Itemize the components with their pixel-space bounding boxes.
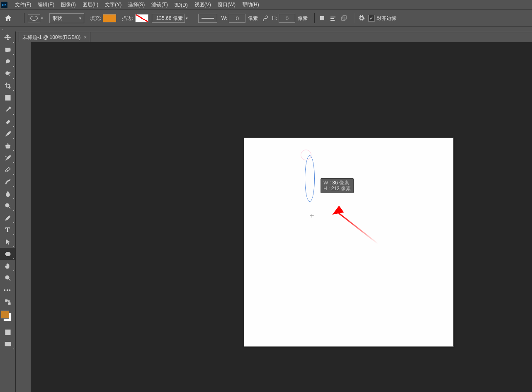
stroke-label: 描边:: [122, 15, 133, 22]
tooltip-w-value: 36: [332, 180, 338, 186]
svg-rect-16: [8, 302, 10, 305]
eyedropper-tool[interactable]: [0, 104, 15, 116]
fill-swatch[interactable]: [103, 14, 116, 22]
menu-help[interactable]: 帮助(H): [239, 1, 262, 8]
menu-3d[interactable]: 3D(D): [171, 2, 191, 8]
separator: [24, 13, 24, 23]
svg-point-11: [8, 121, 9, 121]
type-tool[interactable]: T: [0, 224, 15, 236]
height-input[interactable]: [279, 14, 295, 23]
dodge-tool[interactable]: [0, 200, 15, 212]
close-icon[interactable]: ×: [84, 34, 87, 40]
svg-rect-4: [342, 17, 345, 20]
chevron-down-icon[interactable]: ▾: [186, 16, 190, 20]
canvas-viewport[interactable]: W : 36 像素 H : 212 像素 +: [31, 42, 532, 392]
brush-tool[interactable]: [0, 128, 15, 140]
tool-mode-label: 形状: [52, 15, 62, 22]
align-edges-checkbox[interactable]: [368, 15, 375, 22]
height-label: H:: [272, 15, 277, 21]
ellipse-tool[interactable]: [0, 248, 15, 260]
screenmode-icon[interactable]: [0, 338, 15, 350]
stroke-width-value: 135.66 像素: [156, 15, 183, 22]
svg-rect-15: [5, 300, 7, 302]
menu-filter[interactable]: 滤镜(T): [148, 1, 171, 8]
gradient-tool[interactable]: [0, 176, 15, 188]
document-area: 未标题-1 @ 100%(RGB/8) × W : 36 像素 H : 212: [15, 31, 532, 392]
tooltip-w-unit: 像素: [339, 180, 349, 186]
dimensions-tooltip: W : 36 像素 H : 212 像素: [321, 178, 354, 193]
blur-tool[interactable]: [0, 188, 15, 200]
stroke-width-field[interactable]: 135.66 像素: [152, 14, 185, 23]
menu-view[interactable]: 视图(V): [191, 1, 214, 8]
chevron-down-icon[interactable]: ▾: [41, 16, 45, 20]
stroke-style-select[interactable]: [198, 14, 217, 23]
menu-image[interactable]: 图像(I): [58, 1, 79, 8]
tool-mode-select[interactable]: 形状 ▾: [49, 13, 84, 23]
chevron-down-icon: ▾: [79, 16, 81, 20]
height-unit: 像素: [298, 15, 308, 22]
svg-rect-1: [330, 17, 335, 17]
svg-rect-6: [5, 48, 10, 51]
edit-toolbar-icon[interactable]: [0, 296, 15, 308]
align-edges-label: 对齐边缘: [377, 15, 396, 22]
fill-label: 填充:: [90, 15, 101, 22]
svg-point-18: [7, 331, 9, 334]
svg-rect-9: [6, 120, 10, 124]
eraser-tool[interactable]: [0, 164, 15, 176]
foreground-color-swatch[interactable]: [1, 310, 9, 319]
menu-select[interactable]: 选择(S): [125, 1, 148, 8]
menu-file[interactable]: 文件(F): [12, 1, 34, 8]
width-unit: 像素: [248, 15, 258, 22]
rectangular-marquee-tool[interactable]: [0, 44, 15, 56]
svg-rect-20: [6, 343, 10, 346]
width-label: W:: [221, 15, 227, 21]
pen-tool[interactable]: [0, 212, 15, 224]
path-selection-tool[interactable]: [0, 236, 15, 248]
svg-point-7: [5, 71, 9, 75]
artboard[interactable]: W : 36 像素 H : 212 像素 +: [244, 138, 454, 347]
svg-rect-2: [330, 18, 334, 19]
crop-tool[interactable]: [0, 80, 15, 92]
lasso-tool[interactable]: [0, 56, 15, 68]
workspace: T ••• 未标题-1 @ 100%(RGB/8) ×: [0, 31, 532, 392]
link-wh-icon[interactable]: [261, 14, 270, 22]
toolpreset-ellipse-icon[interactable]: [28, 14, 40, 22]
menu-edit[interactable]: 编辑(E): [34, 1, 58, 8]
quick-selection-tool[interactable]: [0, 68, 15, 80]
align-icon[interactable]: [329, 14, 337, 22]
move-tool[interactable]: [0, 31, 15, 44]
svg-rect-0: [320, 16, 324, 20]
width-input[interactable]: [229, 14, 245, 23]
stroke-swatch[interactable]: [135, 14, 148, 22]
document-tab[interactable]: 未标题-1 @ 100%(RGB/8) ×: [19, 32, 90, 42]
hand-tool[interactable]: [0, 260, 15, 272]
arrange-icon[interactable]: [340, 14, 348, 22]
spot-healing-tool[interactable]: [0, 116, 15, 128]
quickmask-icon[interactable]: [0, 326, 15, 338]
zoom-tool[interactable]: [0, 272, 15, 284]
separator: [354, 13, 354, 23]
separator: [314, 13, 315, 23]
menu-text[interactable]: 文字(Y): [102, 1, 125, 8]
home-icon[interactable]: [3, 13, 13, 23]
document-tabs: 未标题-1 @ 100%(RGB/8) ×: [15, 31, 532, 42]
menu-layer[interactable]: 图层(L): [79, 1, 102, 8]
more-tools-icon[interactable]: •••: [0, 284, 15, 296]
menu-window[interactable]: 窗口(W): [214, 1, 239, 8]
document-tab-title: 未标题-1 @ 100%(RGB/8): [22, 34, 80, 41]
svg-rect-5: [343, 16, 346, 19]
svg-point-12: [5, 203, 9, 207]
crosshair-cursor: +: [310, 212, 314, 220]
menubar: Ps 文件(F) 编辑(E) 图像(I) 图层(L) 文字(Y) 选择(S) 滤…: [0, 0, 532, 10]
tooltip-h-value: 212: [331, 186, 340, 191]
pathops-icon[interactable]: [318, 14, 326, 22]
color-swatches[interactable]: [1, 310, 12, 321]
svg-point-10: [7, 122, 7, 123]
tooltip-h-label: H :: [323, 186, 330, 191]
options-bar: ▾ 形状 ▾ 填充: 描边: 135.66 像素 ▾ W: 像素 H: 像素 对…: [0, 10, 532, 27]
svg-rect-3: [330, 20, 335, 21]
clone-stamp-tool[interactable]: [0, 140, 15, 152]
history-brush-tool[interactable]: [0, 152, 15, 164]
frame-tool[interactable]: [0, 92, 15, 104]
gear-icon[interactable]: [357, 14, 366, 22]
